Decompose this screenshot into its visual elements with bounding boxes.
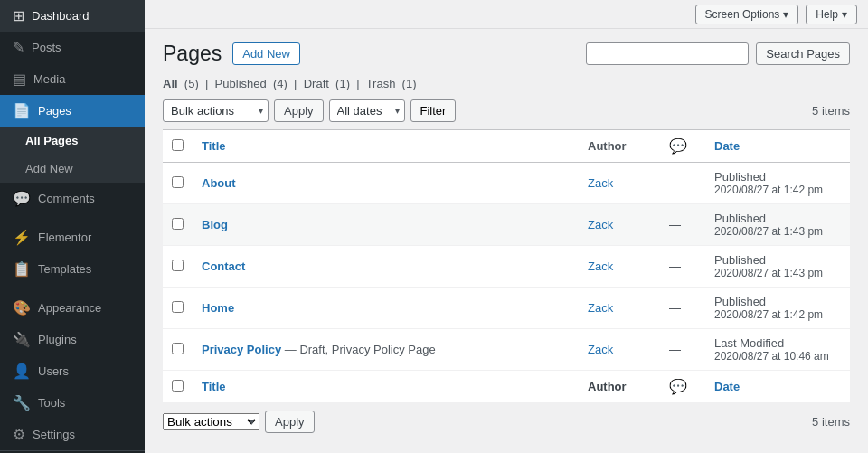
- select-all-checkbox-bottom[interactable]: [172, 380, 184, 392]
- footer-date: Date: [705, 371, 850, 403]
- row-checkbox[interactable]: [172, 176, 184, 188]
- date-cell: Published2020/08/27 at 1:43 pm: [705, 246, 850, 288]
- search-pages-button[interactable]: Search Pages: [756, 42, 850, 65]
- sidebar-item-dashboard[interactable]: ⊞ Dashboard: [0, 0, 145, 32]
- header-comment: 💬: [660, 130, 705, 163]
- date-cell: Last Modified2020/08/27 at 10:46 am: [705, 329, 850, 371]
- tools-icon: 🔧: [13, 394, 31, 411]
- table-body: AboutEdit | Quick Edit | Trash | ViewZac…: [163, 163, 850, 371]
- media-icon: ▤: [13, 71, 26, 88]
- sidebar-item-media[interactable]: ▤ Media: [0, 63, 145, 95]
- title-sort-link[interactable]: Title: [202, 139, 226, 153]
- table-row: HomeEdit | Quick Edit | Trash | ViewZack…: [163, 288, 850, 329]
- sidebar-item-comments[interactable]: 💬 Comments: [0, 183, 145, 214]
- date-value: 2020/08/27 at 1:42 pm: [714, 184, 841, 196]
- sidebar-submenu-add-new[interactable]: Add New: [0, 155, 145, 183]
- screen-options-button[interactable]: Screen Options ▾: [695, 5, 799, 24]
- row-checkbox[interactable]: [172, 260, 184, 271]
- date-status: Last Modified: [714, 336, 841, 350]
- bottom-bulk-actions-wrap: Bulk actions Edit Move to Trash ▾: [163, 413, 259, 430]
- add-new-button[interactable]: Add New: [232, 42, 300, 65]
- row-checkbox[interactable]: [172, 218, 184, 230]
- page-title-link[interactable]: Contact: [202, 260, 245, 273]
- header-author: Author: [579, 130, 660, 163]
- sidebar-item-settings[interactable]: ⚙ Settings: [0, 419, 145, 450]
- bottom-items-count: 5 items: [812, 415, 850, 429]
- comment-cell: —: [660, 288, 705, 329]
- sidebar-item-users[interactable]: 👤 Users: [0, 355, 145, 387]
- sidebar-item-elementor[interactable]: ⚡ Elementor: [0, 222, 145, 253]
- all-pages-label: All Pages: [25, 134, 79, 147]
- table-row: AboutEdit | Quick Edit | Trash | ViewZac…: [163, 163, 850, 204]
- pages-table: Title Author 💬 Date: [163, 129, 850, 403]
- date-status: Published: [714, 170, 841, 184]
- bottom-bulk-actions-select[interactable]: Bulk actions Edit Move to Trash: [163, 413, 259, 430]
- row-checkbox[interactable]: [172, 343, 184, 354]
- pages-icon: 📄: [13, 102, 31, 119]
- posts-icon: ✎: [13, 39, 24, 56]
- sidebar-item-plugins[interactable]: 🔌 Plugins: [0, 324, 145, 355]
- row-checkbox[interactable]: [172, 301, 184, 313]
- footer-title-sort-link[interactable]: Title: [202, 380, 226, 393]
- author-link[interactable]: Zack: [588, 176, 613, 190]
- dashboard-icon: ⊞: [13, 7, 24, 24]
- all-dates-select[interactable]: All dates: [329, 99, 405, 122]
- date-value: 2020/08/27 at 1:42 pm: [714, 308, 841, 321]
- dash-icon: —: [669, 301, 681, 315]
- comment-cell: —: [660, 246, 705, 288]
- comment-cell: —: [660, 204, 705, 246]
- footer-comment: 💬: [660, 371, 705, 403]
- comments-icon: 💬: [13, 190, 31, 207]
- templates-icon: 📋: [13, 260, 31, 278]
- sidebar-item-label: Dashboard: [32, 9, 90, 23]
- page-header: Pages Add New Search Pages: [163, 42, 850, 66]
- footer-date-sort-link[interactable]: Date: [714, 380, 740, 393]
- bulk-actions-select-wrap: Bulk actions Edit Move to Trash ▾: [163, 99, 269, 122]
- author-link[interactable]: Zack: [588, 301, 613, 315]
- page-title-link[interactable]: About: [202, 176, 236, 190]
- date-sort-link[interactable]: Date: [714, 139, 740, 153]
- screen-options-chevron-icon: ▾: [783, 8, 788, 21]
- filter-draft-link[interactable]: Draft (1): [304, 77, 354, 90]
- table-row: ContactEdit | Quick Edit | Trash | ViewZ…: [163, 246, 850, 288]
- apply-button-bottom[interactable]: Apply: [265, 411, 315, 433]
- select-all-checkbox[interactable]: [172, 139, 184, 151]
- page-title-link[interactable]: Home: [202, 301, 234, 315]
- sidebar-item-tools[interactable]: 🔧 Tools: [0, 387, 145, 419]
- page-title-link[interactable]: Blog: [202, 218, 228, 231]
- dash-icon: —: [669, 176, 681, 190]
- author-link[interactable]: Zack: [588, 343, 613, 356]
- sidebar-item-label: Appearance: [38, 301, 101, 315]
- sidebar-item-label: Users: [38, 364, 69, 378]
- filter-published-link[interactable]: Published (4): [215, 77, 291, 90]
- bulk-actions-select[interactable]: Bulk actions Edit Move to Trash: [163, 99, 269, 122]
- all-dates-select-wrap: All dates ▾: [329, 99, 405, 122]
- filter-button[interactable]: Filter: [410, 99, 457, 122]
- apply-button-top[interactable]: Apply: [274, 99, 324, 122]
- filter-all-label: All: [163, 77, 178, 90]
- sidebar-item-label: Tools: [38, 396, 65, 410]
- page-title-link[interactable]: Privacy Policy: [202, 343, 281, 356]
- sidebar-item-appearance[interactable]: 🎨 Appearance: [0, 292, 145, 324]
- table-row: Privacy Policy — Draft, Privacy Policy P…: [163, 329, 850, 371]
- sidebar-item-pages[interactable]: 📄 Pages: [0, 95, 145, 127]
- sidebar-item-label: Pages: [38, 104, 71, 118]
- filter-draft-count: (1): [333, 77, 351, 90]
- footer-title: Title: [193, 371, 579, 403]
- pages-submenu: All Pages Add New: [0, 127, 145, 183]
- filter-published-label: Published: [215, 77, 267, 90]
- filter-all-link[interactable]: All (5): [163, 77, 202, 90]
- search-input[interactable]: [586, 42, 749, 65]
- sidebar-item-posts[interactable]: ✎ Posts: [0, 32, 145, 63]
- sidebar-submenu-all-pages[interactable]: All Pages: [0, 127, 145, 155]
- author-link[interactable]: Zack: [588, 260, 613, 273]
- content-area: Pages Add New Search Pages All (5) | Pub…: [145, 29, 868, 453]
- sidebar-item-templates[interactable]: 📋 Templates: [0, 253, 145, 285]
- date-status: Published: [714, 253, 841, 267]
- filter-trash-link[interactable]: Trash (1): [366, 77, 417, 90]
- bottom-toolbar: Bulk actions Edit Move to Trash ▾ Apply …: [163, 411, 850, 433]
- help-button[interactable]: Help ▾: [806, 5, 857, 24]
- author-link[interactable]: Zack: [588, 218, 613, 231]
- add-new-label: Add New: [25, 162, 73, 175]
- users-icon: 👤: [13, 363, 31, 380]
